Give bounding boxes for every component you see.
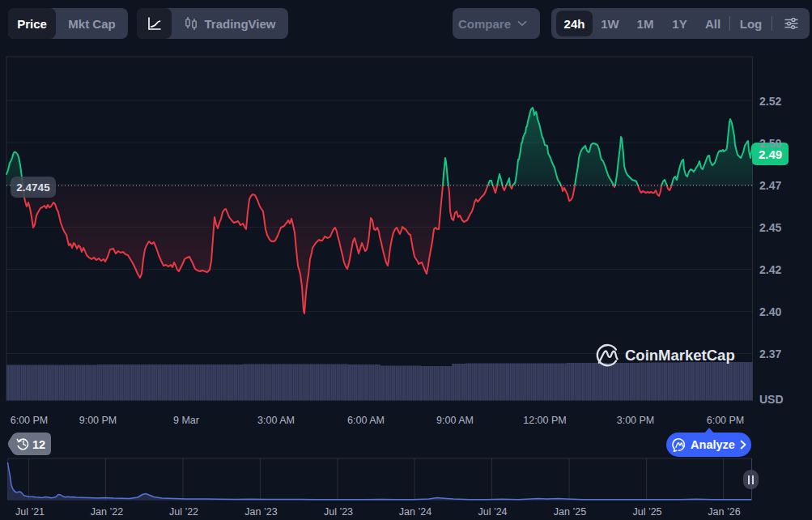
svg-text:CoinMarketCap: CoinMarketCap: [625, 347, 735, 364]
svg-text:12: 12: [32, 438, 45, 451]
